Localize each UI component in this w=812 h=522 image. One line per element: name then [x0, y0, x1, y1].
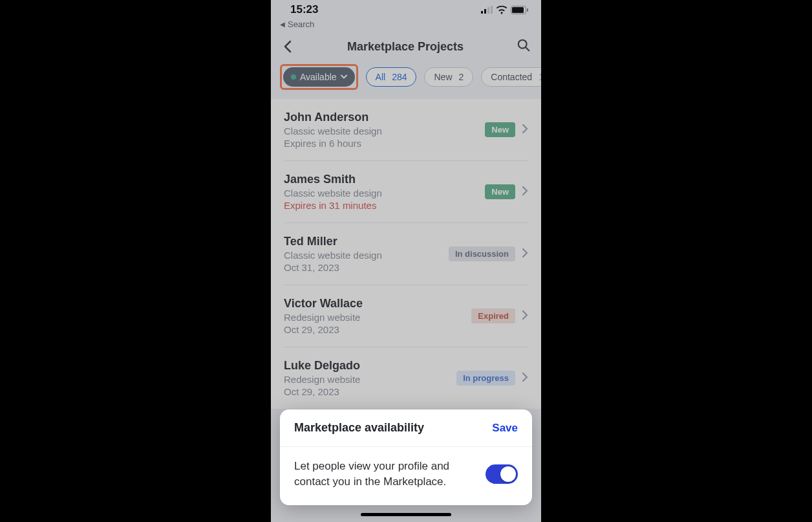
project-row-right: New [485, 122, 528, 137]
status-badge: New [485, 122, 515, 137]
project-meta: Oct 29, 2023 [284, 324, 363, 335]
highlight-annotation: Available [280, 64, 358, 90]
search-button[interactable] [517, 38, 531, 55]
availability-sheet: Marketplace availability Save Let people… [280, 409, 532, 505]
filter-chip-count: 18 [539, 72, 541, 82]
project-row[interactable]: Victor WallaceRedesign websiteOct 29, 20… [284, 285, 528, 347]
project-name: John Anderson [284, 111, 382, 124]
filter-chip-count: 284 [392, 72, 407, 82]
project-row-main: Ted MillerClassic website designOct 31, … [284, 235, 382, 273]
project-row[interactable]: Ted MillerClassic website designOct 31, … [284, 223, 528, 285]
svg-rect-5 [512, 7, 524, 13]
svg-rect-1 [484, 9, 486, 14]
sheet-header: Marketplace availability Save [280, 409, 532, 447]
project-meta: Expires in 6 hours [284, 138, 382, 149]
project-row-main: John AndersonClassic website designExpir… [284, 111, 382, 149]
sheet-title: Marketplace availability [294, 421, 424, 435]
sheet-body: Let people view your profile and contact… [280, 447, 532, 505]
chevron-right-icon [522, 186, 528, 199]
project-row-main: James SmithClassic website designExpires… [284, 173, 382, 211]
chevron-right-icon [522, 124, 528, 136]
status-badge: New [485, 184, 515, 199]
status-indicators [481, 6, 528, 14]
back-triangle-icon: ◀ [280, 21, 285, 28]
status-badge: Expired [471, 309, 515, 323]
back-to-app[interactable]: ◀ Search [271, 19, 541, 32]
project-meta: Oct 29, 2023 [284, 386, 360, 397]
filter-chips-row: Available All 284 New 2 Contacted 18 I [271, 64, 541, 99]
sheet-description: Let people view your profile and contact… [294, 459, 473, 490]
chevron-right-icon [522, 310, 528, 323]
back-button[interactable] [281, 40, 294, 53]
chevron-right-icon [522, 248, 528, 261]
nav-header: Marketplace Projects [271, 32, 541, 64]
filter-chip-count: 2 [459, 72, 464, 82]
back-to-app-label: Search [288, 19, 314, 29]
project-row-right: New [485, 184, 528, 199]
home-indicator[interactable] [361, 513, 451, 516]
project-row-right: Expired [471, 309, 528, 323]
svg-rect-3 [491, 6, 493, 14]
project-row-right: In discussion [449, 246, 528, 261]
project-subtitle: Redesign website [284, 374, 360, 385]
project-row-right: In progress [456, 371, 528, 386]
project-name: Victor Wallace [284, 297, 363, 310]
project-row-main: Victor WallaceRedesign websiteOct 29, 20… [284, 297, 363, 335]
availability-toggle[interactable] [486, 464, 518, 484]
status-time: 15:23 [290, 3, 318, 16]
svg-rect-6 [527, 8, 528, 12]
project-meta: Expires in 31 minutes [284, 200, 382, 211]
svg-rect-2 [487, 7, 489, 14]
availability-chip-label: Available [300, 72, 337, 82]
page-title: Marketplace Projects [294, 40, 517, 54]
project-subtitle: Classic website design [284, 250, 382, 261]
filter-chip-label: Contacted [491, 72, 532, 82]
cellular-icon [481, 6, 493, 14]
project-row[interactable]: John AndersonClassic website designExpir… [284, 99, 528, 161]
svg-rect-0 [481, 11, 483, 14]
project-meta: Oct 31, 2023 [284, 262, 382, 273]
wifi-icon [496, 6, 508, 14]
filter-chip-contacted[interactable]: Contacted 18 [481, 67, 541, 87]
search-icon [517, 38, 531, 52]
filter-chip-label: All [376, 72, 386, 82]
availability-chip[interactable]: Available [283, 67, 355, 87]
battery-icon [511, 6, 528, 14]
filter-chip-all[interactable]: All 284 [366, 67, 417, 87]
projects-list: John AndersonClassic website designExpir… [271, 99, 541, 409]
chevron-right-icon [522, 372, 528, 385]
project-subtitle: Redesign website [284, 312, 363, 323]
project-name: Luke Delgado [284, 359, 360, 373]
project-row[interactable]: James SmithClassic website designExpires… [284, 161, 528, 223]
project-name: Ted Miller [284, 235, 382, 248]
chevron-left-icon [283, 40, 292, 53]
status-badge: In discussion [449, 246, 515, 261]
project-subtitle: Classic website design [284, 188, 382, 199]
status-dot-icon [291, 74, 296, 80]
chevron-down-icon [341, 74, 347, 80]
save-button[interactable]: Save [492, 422, 518, 435]
status-bar: 15:23 [271, 0, 541, 19]
project-name: James Smith [284, 173, 382, 186]
filter-chip-new[interactable]: New 2 [424, 67, 473, 87]
filter-chip-label: New [434, 72, 452, 82]
status-badge: In progress [456, 371, 515, 386]
svg-line-8 [526, 47, 529, 50]
project-subtitle: Classic website design [284, 125, 382, 136]
toggle-knob [500, 466, 516, 482]
project-row[interactable]: Luke DelgadoRedesign websiteOct 29, 2023… [284, 347, 528, 409]
project-row-main: Luke DelgadoRedesign websiteOct 29, 2023 [284, 359, 360, 397]
